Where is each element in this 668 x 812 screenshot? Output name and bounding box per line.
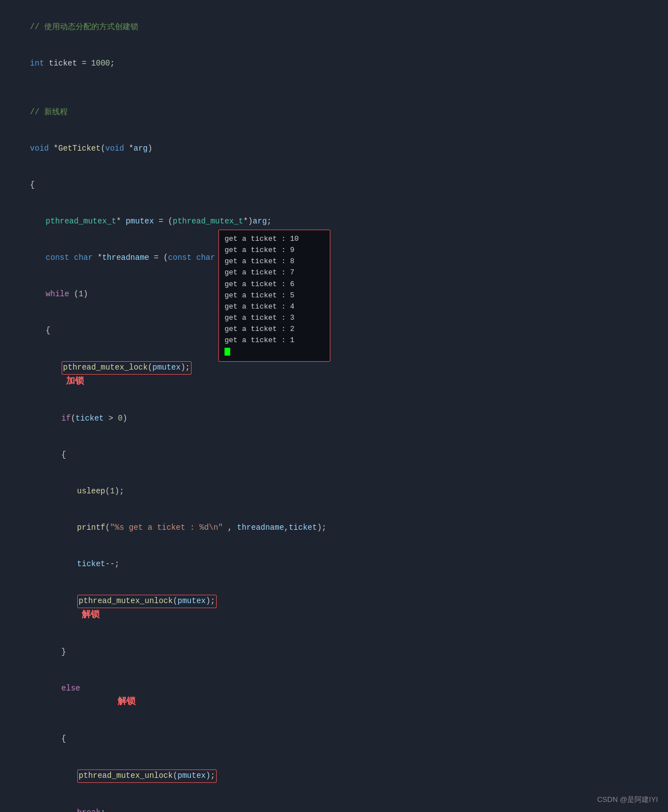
code-line-while1: while (1) <box>11 276 657 312</box>
watermark: CSDN @是阿建IYI <box>597 794 658 805</box>
terminal-line: get a ticket : 3 <box>225 312 324 324</box>
terminal-line: get a ticket : 8 <box>225 256 324 267</box>
terminal-output: get a ticket : 10 get a ticket : 9 get a… <box>218 230 330 362</box>
terminal-line: get a ticket : 9 <box>225 245 324 256</box>
code-line-func-sig: void *GetTicket(void *arg) <box>11 130 657 167</box>
code-line-usleep: usleep(1); <box>11 473 657 510</box>
terminal-line: get a ticket : 4 <box>225 301 324 312</box>
code-line-ticket: int ticket = 1000; <box>11 45 657 82</box>
terminal-line: get a ticket : 5 <box>225 290 324 301</box>
code-line-unlock2: pthread_mutex_unlock(pmutex); <box>11 757 657 795</box>
terminal-line: get a ticket : 2 <box>225 324 324 335</box>
code-line-brace2: { <box>11 312 657 349</box>
code-line-printf: printf("%s get a ticket : %d\n" , thread… <box>11 510 657 546</box>
code-line-lock: pthread_mutex_lock(pmutex); 加锁 <box>11 349 657 400</box>
code-line-threadname: const char *threadname = (const char *)a… <box>11 240 657 276</box>
code-line-unlock1: pthread_mutex_unlock(pmutex); 解锁 <box>11 582 657 634</box>
terminal-line: get a ticket : 1 <box>225 335 324 346</box>
code-line-brace3: { <box>11 437 657 473</box>
code-line-ticketdec: ticket--; <box>11 546 657 582</box>
code-line-pmutex: pthread_mutex_t* pmutex = (pthread_mutex… <box>11 203 657 240</box>
code-line-brace3-close: } <box>11 634 657 670</box>
code-line-else: else 解锁 <box>11 670 657 721</box>
terminal-cursor-line <box>225 346 324 357</box>
code-line-brace4: { <box>11 721 657 757</box>
terminal-line: get a ticket : 6 <box>225 279 324 290</box>
code-line-if: if(ticket > 0) <box>11 400 657 437</box>
code-line-blank1 <box>11 82 657 94</box>
code-area: get a ticket : 10 get a ticket : 9 get a… <box>0 0 668 812</box>
terminal-line: get a ticket : 7 <box>225 267 324 278</box>
code-line-break: break; <box>11 795 657 812</box>
terminal-line: get a ticket : 10 <box>225 234 324 245</box>
code-line-comment1: // 使用动态分配的方式创建锁 <box>11 9 657 45</box>
code-line-brace1: { <box>11 167 657 203</box>
code-line-comment2: // 新线程 <box>11 94 657 130</box>
